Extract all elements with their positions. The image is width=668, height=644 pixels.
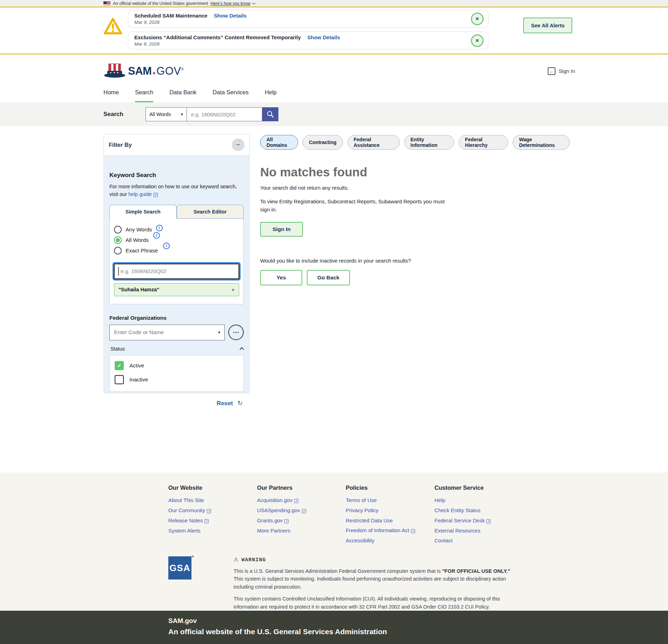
domain-pill[interactable]: Federal Assistance [348,135,400,150]
checkbox-label: Inactive [129,377,148,383]
external-link-icon: ↗ [294,499,298,503]
external-link-icon: ↗ [302,509,306,513]
footer-columns: Our Website About This Site↗Our Communit… [168,484,668,548]
footer-link[interactable]: About This Site↗ [168,497,257,503]
alert-card: Scheduled SAM Maintenance Show Details M… [128,10,488,28]
footer-link[interactable]: Acquisition.gov↗ [257,497,346,503]
info-icon[interactable]: i [163,243,170,249]
alert-date: Mar 6, 2026 [134,41,467,47]
footer-link[interactable]: Restricted Data Use↗ [346,518,434,523]
arrow-left-icon: ← [549,68,554,74]
search-group: All Words ▾ [146,107,278,121]
footer-link-label: Privacy Policy [346,507,378,513]
warning-icon: ⚠ [234,556,238,563]
footer-link[interactable]: Privacy Policy↗ [346,508,434,513]
federal-org-more-button[interactable]: ⋯ [228,325,244,340]
domain-pill[interactable]: Entity Information [404,135,454,150]
keyword-tab[interactable]: Search Editor [177,205,244,219]
footer-link[interactable]: Our Community↗ [168,508,257,513]
reset-icon: ↻ [237,400,243,407]
footer-col-heading: Our Website [168,484,257,491]
footer-col-heading: Customer Service [434,484,523,491]
search-band-label: Search [103,111,123,118]
chip-remove-icon[interactable]: × [231,287,235,293]
alert-close-button[interactable]: × [471,34,484,47]
domain-pill[interactable]: All Domains [260,135,298,150]
keyword-search-input[interactable] [114,264,239,279]
simple-search-content: Any Words i All Words i Exact Phrase i [109,219,244,304]
identity-footer: SAM.gov An official website of the U.S. … [0,611,668,644]
see-all-alerts-button[interactable]: See All Alerts [523,18,572,33]
footer-link[interactable]: USASpending.gov↗ [257,508,346,513]
inactive-question-buttons: Yes Go Back [260,270,570,285]
federal-org-combobox[interactable]: Enter Code or Name ▾ [109,325,225,340]
nav-item[interactable]: Data Bank [169,88,196,102]
help-guide-link[interactable]: help guide↗ [128,191,158,197]
footer-col-policies: Policies Terms of Use↗Privacy Policy↗Res… [346,484,434,548]
info-icon[interactable]: i [153,232,160,239]
alert-show-details-link[interactable]: Show Details [214,13,247,19]
heres-how-you-know-link[interactable]: Here’s how you know [210,1,255,6]
reset-label: Reset [217,400,233,407]
footer-col-heading: Policies [346,484,434,491]
footer-site-name: SAM.gov [168,617,668,625]
footer-link[interactable]: Contact↗ [434,538,523,543]
footer-link[interactable]: Accessibility↗ [346,538,434,543]
footer-link[interactable]: Freedom of Information Act↗ [346,528,434,533]
info-icon[interactable]: i [156,225,163,231]
status-option-row[interactable]: ✓ Active [115,361,238,370]
nav-item[interactable]: Home [103,88,119,102]
filter-collapse-button[interactable]: − [232,138,244,151]
footer-link[interactable]: External Resources↗ [434,528,523,534]
footer-link[interactable]: Check Entity Status↗ [434,508,523,513]
results-sign-in-button[interactable]: Sign In [260,222,303,237]
footer-link[interactable]: Grants.gov↗ [257,518,346,523]
footer-link[interactable]: Terms of Use↗ [346,497,434,503]
radio-button[interactable] [114,226,122,233]
domain-pill[interactable]: Contracting [303,135,343,150]
radio-button[interactable] [114,236,122,244]
status-section-header[interactable]: Status [109,346,244,352]
sam-gov-page: An official website of the United States… [0,0,668,644]
sam-gov-logo[interactable]: ★ ★ ★ SAM ★ GOV ® [103,63,184,80]
keyword-chip: "Suhaila Hamza" × [114,283,239,296]
no-matches-subtitle: Your search did not return any results. [260,185,570,191]
star-icon: ★ [152,70,156,76]
alert-date: Mar 9, 2026 [134,20,467,25]
status-options-box: ✓ Active ✓ Inactive [109,355,244,392]
radio-label: All Words [126,237,149,243]
status-option-row[interactable]: ✓ Inactive [115,375,238,384]
checkbox[interactable]: ✓ [115,361,124,370]
ellipsis-icon: ⋯ [233,328,239,336]
search-submit-button[interactable] [262,107,278,121]
filter-panel-body: Keyword Search For more information on h… [104,156,249,413]
footer-link[interactable]: System Alerts↗ [168,528,257,534]
alert-close-button[interactable]: × [471,13,484,25]
footer-link[interactable]: Help↗ [434,497,523,503]
minus-icon: − [236,141,240,149]
alert-show-details-link[interactable]: Show Details [307,34,340,40]
search-mode-select[interactable]: All Words ▾ [146,107,187,121]
text-cursor [118,267,119,276]
global-search-input[interactable] [187,107,262,121]
go-back-button[interactable]: Go Back [307,270,350,285]
domain-pill[interactable]: Wage Determinations [513,135,570,150]
alert-title: Exclusions “Additional Comments” Content… [134,34,301,40]
domain-pill[interactable]: Federal Hierarchy [459,135,508,150]
radio-button[interactable] [114,247,122,255]
checkbox[interactable]: ✓ [115,375,124,384]
footer-link[interactable]: More Partners↗ [257,528,346,534]
nav-item[interactable]: Search [135,88,153,102]
sign-in-link[interactable]: ← Sign In [548,67,575,75]
footer-link[interactable]: Release Notes↗ [168,518,257,523]
warning-triangle-icon [103,16,123,36]
federal-organizations-heading: Federal Organizations [109,315,244,321]
footer-link[interactable]: Federal Service Desk↗ [434,518,523,523]
banner-link-label: Here’s how you know [210,1,250,6]
nav-item[interactable]: Data Services [212,88,249,102]
external-link-icon: ↗ [207,509,211,513]
keyword-tab[interactable]: Simple Search [109,205,177,219]
nav-item[interactable]: Help [265,88,277,102]
reset-filters-link[interactable]: Reset ↻ [217,400,243,407]
yes-button[interactable]: Yes [260,270,302,285]
